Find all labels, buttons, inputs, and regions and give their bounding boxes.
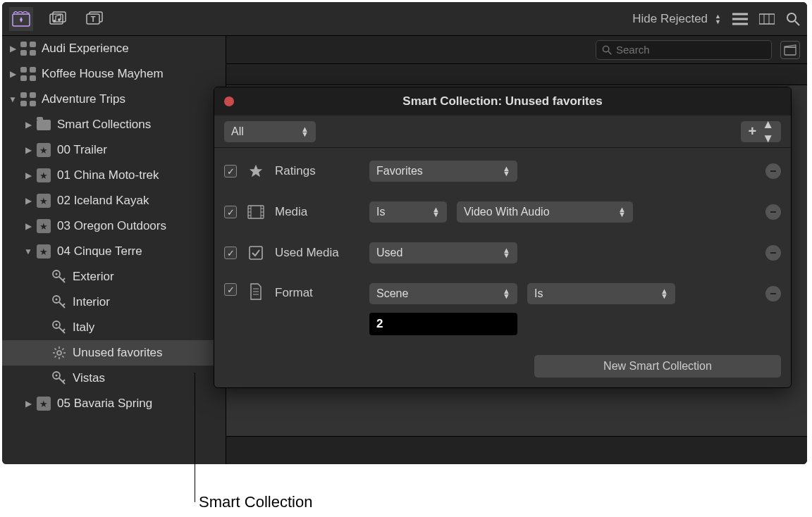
- label: Koffee House Mayhem: [42, 67, 164, 81]
- clip-filter-menu[interactable]: Hide Rejected ▲▼: [632, 12, 721, 26]
- remove-rule-button[interactable]: [765, 245, 781, 261]
- format-field-select[interactable]: Scene▲▼: [369, 283, 517, 304]
- checkbox-icon: [247, 245, 265, 261]
- label: Smart Collections: [57, 118, 151, 132]
- label: Italy: [73, 320, 94, 335]
- keyword-interior[interactable]: Interior: [2, 289, 226, 315]
- svg-line-27: [63, 329, 65, 331]
- filmstrip-icon: [247, 205, 265, 219]
- smart-collection-popover: Smart Collection: Unused favorites All ▲…: [214, 87, 792, 388]
- svg-point-17: [56, 273, 58, 275]
- remove-rule-button[interactable]: [765, 286, 781, 301]
- svg-line-35: [55, 356, 56, 357]
- folder-smart-collections[interactable]: ▶Smart Collections: [2, 112, 226, 137]
- event-icon: ★: [36, 218, 51, 234]
- filmstrip-view-button[interactable]: [759, 13, 775, 25]
- remove-rule-button[interactable]: [765, 163, 781, 179]
- keyword-icon: [51, 269, 67, 285]
- library-sidebar: ▶Audi Experience ▶Koffee House Mayhem ▼A…: [2, 36, 226, 464]
- svg-rect-55: [250, 247, 262, 259]
- event-oregon[interactable]: ▶★03 Oregon Outdoors: [2, 213, 226, 239]
- folder-icon: [36, 117, 51, 132]
- rule-enable-checkbox[interactable]: ✓: [224, 165, 237, 177]
- event-icon: ★: [36, 244, 51, 259]
- media-value-select[interactable]: Video With Audio▲▼: [457, 201, 633, 223]
- rule-format: ✓ Format Scene▲▼ Is▲▼ 2: [214, 273, 791, 345]
- new-smart-collection-button[interactable]: New Smart Collection: [534, 355, 781, 378]
- svg-text:T: T: [91, 15, 96, 23]
- label: 05 Bavaria Spring: [57, 397, 152, 411]
- remove-rule-button[interactable]: [765, 204, 781, 220]
- event-trailer[interactable]: ▶★00 Trailer: [2, 137, 226, 163]
- svg-line-40: [63, 380, 65, 382]
- ratings-select[interactable]: Favorites▲▼: [369, 161, 517, 182]
- event-icon: ★: [36, 142, 51, 158]
- event-iceland[interactable]: ▶★02 Iceland Kayak: [2, 188, 226, 213]
- rule-used-media: ✓ Used Media Used▲▼: [214, 232, 791, 273]
- event-icon: ★: [36, 396, 51, 411]
- event-icon: ★: [36, 168, 51, 183]
- svg-line-19: [63, 278, 65, 280]
- format-value-input[interactable]: 2: [369, 313, 517, 335]
- svg-line-15: [795, 21, 799, 25]
- browser-footer: [226, 436, 807, 464]
- plus-icon: +: [748, 123, 756, 139]
- match-select[interactable]: All ▲▼: [224, 121, 316, 142]
- svg-point-41: [603, 46, 608, 51]
- titles-browser-button[interactable]: T: [82, 7, 106, 31]
- rule-enable-checkbox[interactable]: ✓: [224, 283, 237, 296]
- popover-titlebar: Smart Collection: Unused favorites: [214, 87, 791, 116]
- library-adventure[interactable]: ▼Adventure Trips: [2, 87, 226, 112]
- rule-label: Used Media: [275, 246, 359, 260]
- callout-line: [195, 373, 195, 502]
- library-koffee[interactable]: ▶Koffee House Mayhem: [2, 61, 226, 87]
- popover-title: Smart Collection: Unused favorites: [402, 94, 602, 108]
- media-op-select[interactable]: Is▲▼: [369, 201, 447, 223]
- keyword-italy[interactable]: Italy: [2, 315, 226, 340]
- media-browser-button[interactable]: [9, 7, 33, 31]
- event-china[interactable]: ▶★01 China Moto-trek: [2, 163, 226, 188]
- format-op-select[interactable]: Is▲▼: [527, 283, 675, 304]
- used-media-select[interactable]: Used▲▼: [369, 242, 517, 263]
- event-cinque[interactable]: ▼★04 Cinque Terre: [2, 239, 226, 264]
- library-icon: [20, 92, 36, 107]
- rule-enable-checkbox[interactable]: ✓: [224, 247, 237, 259]
- clip-filter-label: Hide Rejected: [632, 12, 708, 26]
- label: Adventure Trips: [42, 92, 125, 106]
- library-icon: [20, 41, 36, 56]
- label: 01 China Moto-trek: [57, 168, 159, 182]
- search-input[interactable]: [616, 44, 765, 56]
- svg-line-33: [55, 349, 56, 350]
- keyword-icon: [51, 320, 67, 335]
- library-audi[interactable]: ▶Audi Experience: [2, 36, 226, 61]
- browser-header: [226, 36, 807, 64]
- svg-point-38: [56, 375, 58, 377]
- add-rule-button[interactable]: + ▲▼: [741, 121, 781, 142]
- event-bavaria[interactable]: ▶★05 Bavaria Spring: [2, 391, 226, 416]
- rule-label: Format: [275, 283, 359, 300]
- label: 00 Trailer: [57, 143, 107, 157]
- clip-appearance-button[interactable]: [780, 41, 800, 59]
- label: Audi Experience: [42, 42, 129, 56]
- popover-footer: New Smart Collection: [214, 348, 791, 387]
- svg-point-28: [57, 351, 61, 355]
- close-button[interactable]: [224, 96, 234, 106]
- label: 02 Iceland Kayak: [57, 194, 149, 208]
- list-view-button[interactable]: [732, 13, 748, 25]
- star-icon: [247, 163, 265, 179]
- svg-point-14: [787, 13, 796, 22]
- keyword-exterior[interactable]: Exterior: [2, 264, 226, 289]
- toolbar: T Hide Rejected ▲▼: [2, 2, 807, 36]
- rule-enable-checkbox[interactable]: ✓: [224, 206, 237, 218]
- popover-toolbar: All ▲▼ + ▲▼: [214, 116, 791, 148]
- keyword-vistas[interactable]: Vistas: [2, 366, 226, 391]
- svg-line-23: [63, 304, 65, 306]
- search-field[interactable]: [596, 40, 772, 60]
- keyword-icon: [51, 294, 67, 310]
- music-browser-button[interactable]: [46, 7, 70, 31]
- svg-line-42: [608, 51, 611, 54]
- search-toggle-button[interactable]: [786, 12, 800, 26]
- label: Exterior: [73, 270, 114, 284]
- smart-collection-unused[interactable]: Unused favorites: [2, 340, 226, 366]
- label: Vistas: [73, 371, 105, 385]
